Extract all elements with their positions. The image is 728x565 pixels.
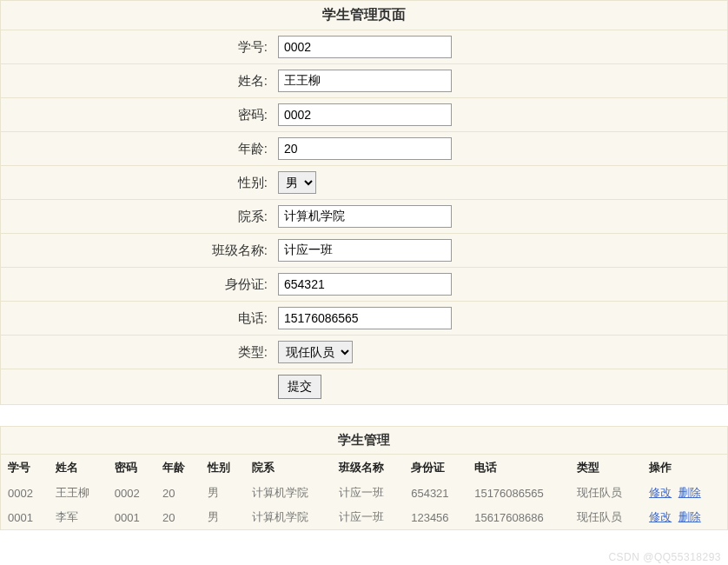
input-password[interactable] [278, 103, 452, 126]
label-idcard: 身份证: [1, 276, 275, 293]
th-student-id: 学号 [1, 455, 49, 481]
cell-class: 计应一班 [332, 481, 405, 505]
label-student-id: 学号: [1, 39, 275, 56]
cell-department: 计算机学院 [245, 505, 332, 529]
label-department: 院系: [1, 209, 275, 225]
cell-type: 现任队员 [570, 505, 643, 529]
th-idcard: 身份证 [404, 455, 467, 481]
cell-actions: 修改 删除 [642, 505, 727, 529]
input-idcard[interactable] [278, 273, 452, 296]
cell-idcard: 123456 [404, 505, 467, 529]
th-type: 类型 [570, 455, 643, 481]
table-row: 0001 李军 0001 20 男 计算机学院 计应一班 123456 1561… [1, 505, 727, 529]
cell-age: 20 [156, 481, 201, 505]
student-table: 学号 姓名 密码 年龄 性别 院系 班级名称 身份证 电话 类型 操作 0002… [1, 455, 727, 529]
form-row-submit: 提交 [1, 369, 727, 404]
cell-phone: 15176086565 [467, 481, 569, 505]
cell-type: 现任队员 [570, 481, 643, 505]
cell-name: 王王柳 [49, 481, 108, 505]
th-name: 姓名 [49, 455, 108, 481]
cell-age: 20 [156, 505, 201, 529]
form-row-gender: 性别: 男 [1, 166, 727, 200]
th-gender: 性别 [201, 455, 246, 481]
select-type[interactable]: 现任队员 [278, 341, 353, 363]
cell-actions: 修改 删除 [642, 481, 727, 505]
th-phone: 电话 [467, 455, 569, 481]
cell-student-id: 0001 [1, 505, 49, 529]
form-row-phone: 电话: [1, 302, 727, 336]
input-department[interactable] [278, 205, 452, 228]
cell-password: 0002 [108, 481, 156, 505]
label-class: 班级名称: [1, 243, 275, 259]
form-row-password: 密码: [1, 98, 727, 132]
edit-link[interactable]: 修改 [649, 486, 672, 499]
th-age: 年龄 [156, 455, 201, 481]
form-row-department: 院系: [1, 200, 727, 234]
th-class: 班级名称 [332, 455, 405, 481]
table-header-row: 学号 姓名 密码 年龄 性别 院系 班级名称 身份证 电话 类型 操作 [1, 455, 727, 481]
cell-name: 李军 [49, 505, 108, 529]
form-row-name: 姓名: [1, 64, 727, 98]
label-type: 类型: [1, 344, 275, 361]
label-age: 年龄: [1, 141, 275, 157]
cell-department: 计算机学院 [245, 481, 332, 505]
form-row-idcard: 身份证: [1, 268, 727, 302]
label-gender: 性别: [1, 175, 275, 191]
label-password: 密码: [1, 107, 275, 123]
input-class[interactable] [278, 239, 452, 262]
th-actions: 操作 [642, 455, 727, 481]
th-password: 密码 [108, 455, 156, 481]
delete-link[interactable]: 删除 [678, 510, 701, 523]
table-row: 0002 王王柳 0002 20 男 计算机学院 计应一班 654321 151… [1, 481, 727, 505]
input-phone[interactable] [278, 307, 452, 329]
label-phone: 电话: [1, 310, 275, 327]
cell-idcard: 654321 [404, 481, 467, 505]
label-name: 姓名: [1, 73, 275, 90]
th-department: 院系 [245, 455, 332, 481]
table-title: 学生管理 [1, 427, 727, 455]
student-table-container: 学生管理 学号 姓名 密码 年龄 性别 院系 班级名称 身份证 电话 类型 操作… [0, 426, 728, 530]
form-row-student-id: 学号: [1, 30, 727, 64]
input-name[interactable] [278, 70, 452, 92]
page-title: 学生管理页面 [1, 1, 727, 30]
input-student-id[interactable] [278, 36, 452, 58]
cell-gender: 男 [201, 481, 246, 505]
form-row-class: 班级名称: [1, 234, 727, 268]
delete-link[interactable]: 删除 [678, 486, 701, 499]
form-row-type: 类型: 现任队员 [1, 336, 727, 369]
cell-class: 计应一班 [332, 505, 405, 529]
form-row-age: 年龄: [1, 132, 727, 166]
input-age[interactable] [278, 137, 452, 160]
cell-student-id: 0002 [1, 481, 49, 505]
edit-link[interactable]: 修改 [649, 510, 672, 523]
cell-gender: 男 [201, 505, 246, 529]
cell-phone: 15617608686 [467, 505, 569, 529]
select-gender[interactable]: 男 [278, 171, 316, 194]
submit-button[interactable]: 提交 [278, 375, 321, 399]
cell-password: 0001 [108, 505, 156, 529]
student-form-container: 学生管理页面 学号: 姓名: 密码: 年龄: 性别: 男 院系: 班级名称: 身… [0, 0, 728, 405]
